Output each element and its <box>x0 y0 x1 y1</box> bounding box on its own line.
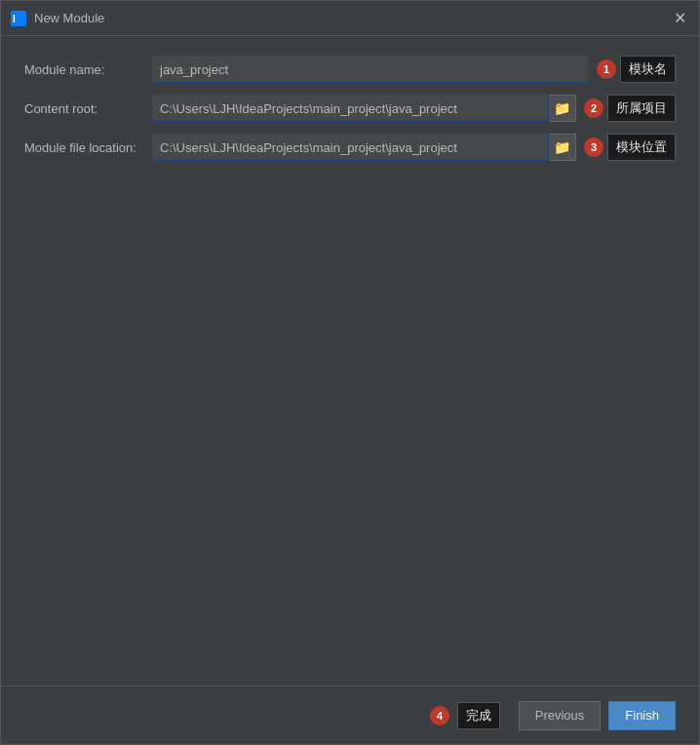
svg-text:I: I <box>13 14 16 24</box>
badge-4-tooltip: 完成 <box>457 702 500 729</box>
folder-icon: 📁 <box>554 100 570 116</box>
previous-button[interactable]: Previous <box>519 701 602 730</box>
module-name-input[interactable] <box>151 56 589 83</box>
badge-2-tooltip: 所属项目 <box>607 95 676 122</box>
module-file-location-input-wrap: 📁 3 模块位置 <box>151 134 676 161</box>
badge-1-number: 1 <box>597 59 616 79</box>
bottom-bar: 4 完成 Previous Finish <box>1 686 699 744</box>
badge-3: 3 模块位置 <box>584 134 676 161</box>
module-name-row: Module name: 1 模块名 <box>24 56 676 83</box>
badge-4-number: 4 <box>430 706 449 725</box>
close-button[interactable]: ✕ <box>670 9 689 28</box>
badge-3-tooltip: 模块位置 <box>607 134 676 161</box>
badge-2: 2 所属项目 <box>584 95 676 122</box>
content-root-label: Content root: <box>24 101 151 116</box>
module-file-location-browse-button[interactable]: 📁 <box>549 134 576 161</box>
badge-1: 1 模块名 <box>597 56 676 83</box>
content-area: Module name: 1 模块名 Content root: 📁 <box>1 36 699 686</box>
module-name-label: Module name: <box>24 62 151 77</box>
badge-2-number: 2 <box>584 98 603 118</box>
folder-icon-2: 📁 <box>554 139 570 155</box>
module-file-location-label: Module file location: <box>24 140 151 155</box>
badge-4: 4 完成 <box>430 702 500 729</box>
title-bar: I New Module ✕ <box>1 1 699 36</box>
dialog-title: New Module <box>34 11 670 25</box>
content-root-input[interactable] <box>151 95 549 122</box>
content-root-browse-button[interactable]: 📁 <box>549 95 576 122</box>
module-name-input-wrap: 1 模块名 <box>151 56 676 83</box>
content-root-row: Content root: 📁 2 所属项目 <box>24 95 676 122</box>
badge-3-number: 3 <box>584 137 603 157</box>
badge-1-tooltip: 模块名 <box>620 56 676 83</box>
new-module-dialog: I New Module ✕ Module name: 1 模块名 Conten… <box>0 0 700 745</box>
app-icon: I <box>11 11 26 26</box>
module-file-location-row: Module file location: 📁 3 模块位置 <box>24 134 676 161</box>
module-file-location-input[interactable] <box>151 134 549 161</box>
finish-button[interactable]: Finish <box>608 701 676 730</box>
content-root-input-wrap: 📁 2 所属项目 <box>151 95 676 122</box>
